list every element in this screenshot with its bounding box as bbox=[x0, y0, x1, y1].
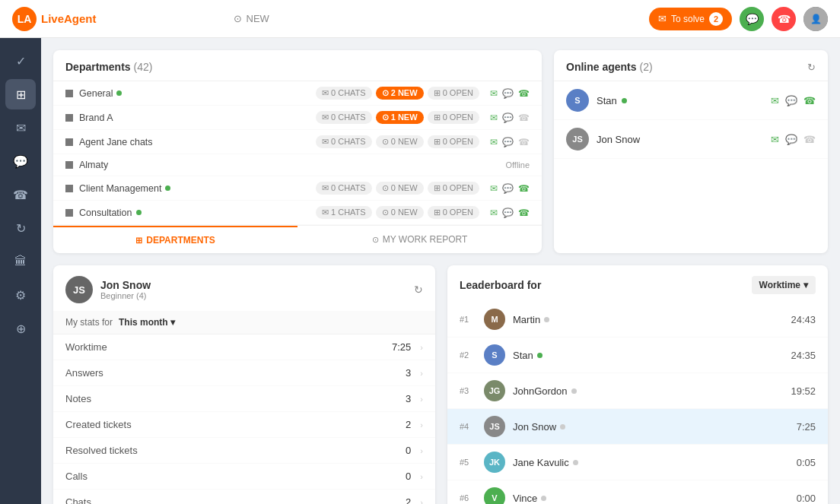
online-agents-title: Online agents (2) bbox=[566, 61, 653, 73]
lb-rank: #5 bbox=[460, 458, 476, 467]
dept-email-icon[interactable]: ✉ bbox=[490, 137, 498, 147]
dept-phone-icon[interactable]: ☎ bbox=[518, 88, 530, 99]
dept-name: Brand A bbox=[79, 113, 310, 123]
stat-arrow-icon[interactable]: › bbox=[420, 446, 423, 455]
tab-departments[interactable]: ⊞ DEPARTMENTS bbox=[53, 226, 298, 253]
dept-online-dot bbox=[165, 185, 170, 191]
dept-open-badge: ⊞ 0 OPEN bbox=[428, 87, 479, 100]
department-row[interactable]: Consultation ✉ 1 CHATS ⊙ 0 NEW ⊞ 0 OPEN … bbox=[53, 201, 542, 225]
sidebar-item-plugin[interactable]: ⊕ bbox=[5, 313, 36, 344]
lb-name: Jon Snow bbox=[513, 421, 789, 433]
leaderboard-row[interactable]: #1 M Martin 24:43 bbox=[447, 302, 828, 338]
dept-chat-icon[interactable]: 💬 bbox=[502, 113, 514, 123]
lb-status-dot bbox=[544, 317, 549, 322]
dept-badges: ✉ 0 CHATS ⊙ 0 NEW ⊞ 0 OPEN bbox=[316, 135, 479, 148]
department-row[interactable]: Agent Jane chats ✉ 0 CHATS ⊙ 0 NEW ⊞ 0 O… bbox=[53, 130, 542, 154]
online-agents-header: Online agents (2) ↻ bbox=[554, 50, 828, 81]
dept-email-icon[interactable]: ✉ bbox=[490, 113, 498, 123]
department-row[interactable]: Client Management ✉ 0 CHATS ⊙ 0 NEW ⊞ 0 … bbox=[53, 176, 542, 201]
phone-status-button[interactable]: ☎ bbox=[772, 7, 796, 31]
dept-name: General bbox=[79, 88, 310, 99]
department-row[interactable]: Almaty Offline bbox=[53, 154, 542, 176]
logo[interactable]: LA LiveAgent bbox=[12, 7, 97, 31]
dept-chat-icon[interactable]: 💬 bbox=[502, 208, 514, 218]
department-row[interactable]: General ✉ 0 CHATS ⊙ 2 NEW ⊞ 0 OPEN ✉ 💬 ☎ bbox=[53, 81, 542, 106]
leaderboard-title: Leaderboard for bbox=[460, 279, 541, 291]
sidebar-item-dashboard[interactable]: ✓ bbox=[5, 46, 36, 76]
dept-email-icon[interactable]: ✉ bbox=[490, 88, 498, 99]
leaderboard-row[interactable]: #2 S Stan 24:35 bbox=[447, 338, 828, 373]
stat-row[interactable]: Answers 3 › bbox=[53, 360, 435, 386]
tosolve-button[interactable]: ✉ To solve 2 bbox=[649, 8, 732, 30]
dept-name: Consultation bbox=[79, 208, 310, 218]
stat-label: Worktime bbox=[65, 341, 392, 353]
stat-arrow-icon[interactable]: › bbox=[420, 395, 423, 404]
dept-new-badge: ⊙ 2 NEW bbox=[376, 87, 424, 100]
dept-badges: ✉ 0 CHATS ⊙ 2 NEW ⊞ 0 OPEN bbox=[316, 87, 479, 100]
stat-arrow-icon[interactable]: › bbox=[420, 472, 423, 481]
dept-icon bbox=[65, 185, 73, 192]
leaderboard-filter-select[interactable]: Worktime ▾ bbox=[752, 276, 816, 294]
stat-label: Calls bbox=[65, 471, 406, 482]
dept-new-badge: ⊙ 0 NEW bbox=[376, 206, 424, 219]
stat-arrow-icon[interactable]: › bbox=[420, 498, 423, 505]
logo-icon: LA bbox=[12, 7, 37, 31]
lb-status-dot bbox=[571, 388, 577, 394]
stat-arrow-icon[interactable]: › bbox=[420, 369, 423, 378]
stat-row[interactable]: Notes 3 › bbox=[53, 386, 435, 412]
stat-row[interactable]: Worktime 7:25 › bbox=[53, 334, 435, 360]
stats-user-level: Beginner (4) bbox=[100, 291, 151, 300]
sidebar-item-mail[interactable]: ✉ bbox=[5, 113, 36, 143]
tab-workreport[interactable]: ⊙ MY WORK REPORT bbox=[298, 226, 542, 253]
stat-row[interactable]: Created tickets 2 › bbox=[53, 412, 435, 438]
sidebar-item-chat[interactable]: 💬 bbox=[5, 146, 36, 176]
agent-email-icon[interactable]: ✉ bbox=[771, 95, 779, 106]
nav-right-actions: ✉ To solve 2 💬 ☎ 👤 bbox=[649, 7, 828, 31]
stat-row[interactable]: Chats 2 › bbox=[53, 490, 435, 504]
leaderboard-row[interactable]: #3 JG JohnGordon 19:52 bbox=[447, 373, 828, 409]
sidebar-item-bank[interactable]: 🏛 bbox=[5, 246, 36, 277]
dept-email-icon[interactable]: ✉ bbox=[490, 183, 498, 194]
agent-chat-icon[interactable]: 💬 bbox=[785, 134, 797, 145]
dept-phone-icon[interactable]: ☎ bbox=[518, 208, 530, 218]
lb-avatar: V bbox=[484, 487, 505, 504]
dept-badges: ✉ 0 CHATS ⊙ 1 NEW ⊞ 0 OPEN bbox=[316, 111, 479, 124]
dept-email-icon[interactable]: ✉ bbox=[490, 208, 498, 218]
leaderboard-row[interactable]: #6 V Vince 0:00 bbox=[447, 480, 828, 504]
sidebar-item-widgets[interactable]: ⊞ bbox=[5, 79, 36, 109]
dept-open-badge: ⊞ 0 OPEN bbox=[428, 111, 479, 124]
dept-chat-icon[interactable]: 💬 bbox=[502, 183, 514, 194]
agent-chat-icon[interactable]: 💬 bbox=[785, 95, 797, 106]
dept-icon bbox=[65, 138, 73, 146]
lb-status-dot bbox=[560, 424, 565, 430]
agent-phone-icon[interactable]: ☎ bbox=[803, 95, 816, 106]
user-avatar-nav[interactable]: 👤 bbox=[803, 7, 828, 31]
lb-rank: #6 bbox=[460, 493, 476, 502]
department-row[interactable]: Brand A ✉ 0 CHATS ⊙ 1 NEW ⊞ 0 OPEN ✉ 💬 ☎ bbox=[53, 106, 542, 130]
dept-chat-icon[interactable]: 💬 bbox=[502, 88, 514, 99]
agent-actions: ✉ 💬 ☎ bbox=[771, 95, 816, 106]
sidebar-item-phone[interactable]: ☎ bbox=[5, 179, 36, 210]
stat-arrow-icon[interactable]: › bbox=[420, 343, 423, 352]
leaderboard-row[interactable]: #4 JS Jon Snow 7:25 bbox=[447, 409, 828, 445]
stat-row[interactable]: Resolved tickets 0 › bbox=[53, 438, 435, 464]
lb-avatar: JS bbox=[484, 416, 505, 437]
leaderboard-row[interactable]: #5 JK Jane Kavulic 0:05 bbox=[447, 445, 828, 480]
stat-arrow-icon[interactable]: › bbox=[420, 420, 423, 430]
dept-chat-icon[interactable]: 💬 bbox=[502, 137, 514, 147]
sidebar-item-settings[interactable]: ⚙ bbox=[5, 280, 36, 310]
stat-label: Created tickets bbox=[65, 419, 406, 430]
stats-refresh-button[interactable]: ↻ bbox=[414, 284, 423, 296]
sidebar-item-reports[interactable]: ↻ bbox=[5, 213, 36, 243]
agent-name: Stan bbox=[597, 95, 763, 106]
lb-name: Jane Kavulic bbox=[513, 457, 789, 468]
stat-row[interactable]: Calls 0 › bbox=[53, 464, 435, 490]
chat-status-button[interactable]: 💬 bbox=[740, 7, 764, 31]
dept-phone-icon[interactable]: ☎ bbox=[518, 183, 530, 194]
dept-phone-icon: ☎ bbox=[518, 113, 530, 123]
stats-period-select[interactable]: This month ▾ bbox=[119, 317, 175, 328]
dept-offline: Offline bbox=[505, 160, 530, 170]
agent-email-icon[interactable]: ✉ bbox=[771, 134, 779, 145]
lb-status-dot bbox=[541, 496, 546, 501]
refresh-agents-icon[interactable]: ↻ bbox=[807, 62, 816, 73]
